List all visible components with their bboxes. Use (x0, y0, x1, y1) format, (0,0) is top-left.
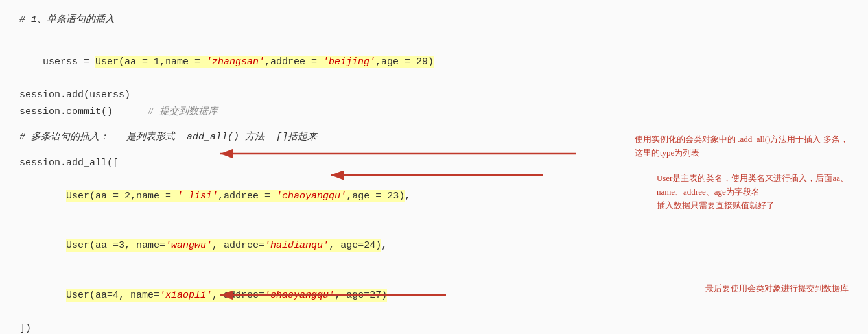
arrow-user-lines (324, 165, 545, 185)
annotation-user: User是主表的类名，使用类名来进行插入，后面aa、name、addree、ag… (657, 172, 849, 212)
code-line-add: session.add(userss) (19, 87, 849, 104)
arrow-commit (214, 285, 447, 305)
arrow-addall (214, 144, 577, 163)
main-content: # 1、单条语句的插入 userss = User(aa = 1,name = … (0, 0, 868, 334)
code-line-commit1: session.commit() # 提交到数据库 (19, 104, 849, 121)
annotation-commit: 最后要使用会类对象进行提交到数据库 (705, 282, 849, 296)
comment-single-insert: # 1、单条语句的插入 (19, 12, 849, 29)
code-userss-highlight: User(aa = 1,name = 'zhangsan',addree = '… (95, 56, 434, 68)
code-userss-prefix: userss = (43, 56, 95, 67)
annotation-user-text: User是主表的类名，使用类名来进行插入，后面aa、name、addree、ag… (657, 173, 849, 210)
code-line-user2: User(aa =3, name='wangwu', addree='haidi… (19, 221, 849, 271)
code-line-bracket: ]) (19, 320, 849, 335)
code-user1-highlight: User(aa = 2,name = ' lisi',addree = 'cha… (66, 190, 405, 202)
code-user2-highlight: User(aa =3, name='wangwu', addree='haidi… (66, 239, 381, 252)
annotation-addall: 使用实例化的会类对象中的 .add_all()方法用于插入 多条，这里的type… (635, 133, 849, 160)
code-line-userss: userss = User(aa = 1,name = 'zhangsan',a… (19, 38, 849, 88)
